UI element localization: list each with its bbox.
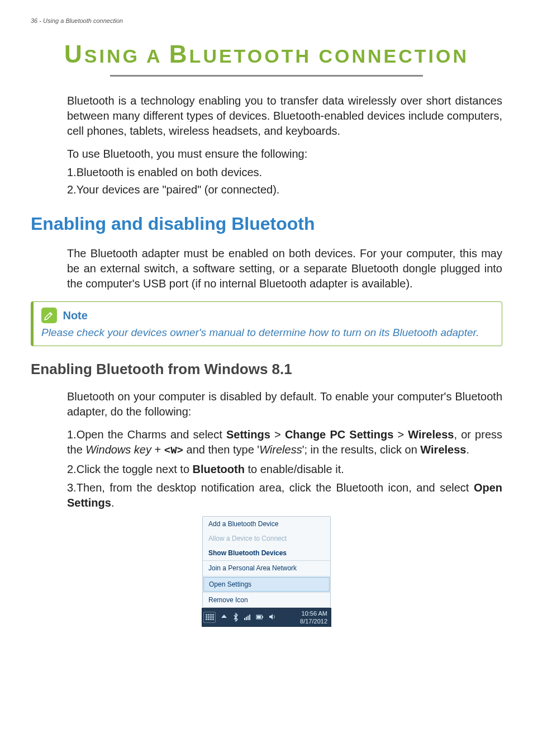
running-title: Using a Bluetooth connection	[43, 17, 123, 24]
clock-time: 10:56 AM	[300, 609, 327, 617]
title-block: USING A BLUETOOTH CONNECTION	[31, 37, 502, 77]
use-list: 1.Bluetooth is enabled on both devices. …	[67, 165, 502, 197]
svg-rect-0	[244, 618, 245, 620]
network-icon[interactable]	[244, 613, 251, 623]
svg-rect-2	[248, 616, 249, 620]
section-body: The Bluetooth adapter must be enabled on…	[67, 246, 502, 291]
running-header: 36 - Using a Bluetooth connection	[31, 17, 502, 25]
note-callout: Note Please check your devices owner's m…	[31, 301, 502, 346]
svg-rect-3	[249, 615, 250, 620]
list-item: 2.Your devices are "paired" (or connecte…	[67, 182, 502, 197]
note-body: Please check your devices owner's manual…	[41, 325, 494, 340]
system-clock[interactable]: 10:56 AM 8/17/2012	[300, 609, 327, 625]
intro-paragraph: Bluetooth is a technology enabling you t…	[67, 93, 502, 139]
show-hidden-icon[interactable]	[221, 615, 227, 618]
page-number: 36	[31, 17, 37, 24]
embedded-screenshot: Add a Bluetooth Device Allow a Device to…	[31, 516, 502, 627]
list-item: 1.Bluetooth is enabled on both devices.	[67, 165, 502, 180]
subsection-heading: Enabling Bluetooth from Windows 8.1	[31, 360, 502, 379]
steps-list: 1.Open the Charms and select Settings > …	[67, 427, 502, 511]
menu-item-join-pan[interactable]: Join a Personal Area Network	[203, 561, 330, 575]
use-intro: To use Bluetooth, you must ensure the fo…	[67, 147, 502, 162]
subsection-intro: Bluetooth on your computer is disabled b…	[67, 389, 502, 419]
menu-item-open-settings[interactable]: Open Settings	[203, 577, 330, 592]
pencil-icon	[41, 308, 57, 323]
section-heading: Enabling and disabling Bluetooth	[31, 212, 502, 236]
menu-item-allow-connect: Allow a Device to Connect	[203, 531, 330, 546]
page-title: USING A BLUETOOTH CONNECTION	[64, 37, 469, 75]
svg-rect-5	[262, 616, 263, 618]
menu-separator	[203, 576, 330, 577]
svg-rect-1	[246, 617, 247, 620]
bluetooth-icon[interactable]	[232, 613, 239, 625]
keyboard-icon[interactable]	[203, 612, 216, 623]
menu-item-remove-icon[interactable]: Remove Icon	[203, 593, 330, 607]
list-item: 1.Open the Charms and select Settings > …	[67, 427, 502, 459]
note-title: Note	[63, 308, 87, 323]
svg-rect-6	[257, 616, 261, 618]
title-underline	[110, 75, 423, 77]
list-item: 2.Click the toggle next to Bluetooth to …	[67, 462, 502, 477]
menu-item-add-device[interactable]: Add a Bluetooth Device	[203, 517, 330, 531]
bluetooth-context-menu: Add a Bluetooth Device Allow a Device to…	[202, 516, 331, 608]
taskbar: 10:56 AM 8/17/2012	[202, 608, 331, 627]
list-item: 3.Then, from the desktop notification ar…	[67, 480, 502, 511]
volume-icon[interactable]	[268, 613, 276, 623]
menu-item-show-devices[interactable]: Show Bluetooth Devices	[203, 546, 330, 560]
clock-date: 8/17/2012	[300, 617, 327, 625]
battery-icon[interactable]	[256, 613, 264, 623]
